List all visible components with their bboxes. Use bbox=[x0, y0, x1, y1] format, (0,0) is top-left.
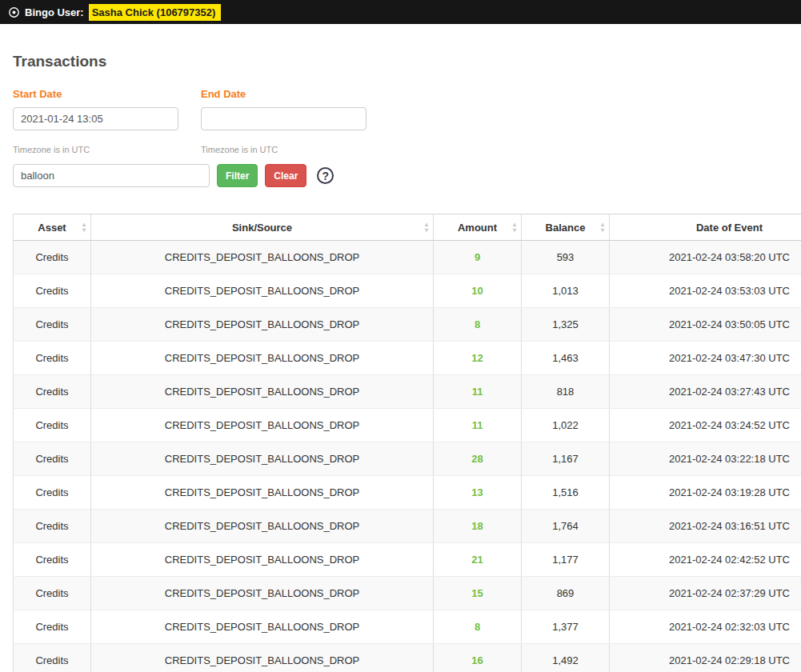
column-header-date[interactable]: Date of Event▴▾ bbox=[610, 214, 801, 241]
cell-source: CREDITS_DEPOSIT_BALLOONS_DROP bbox=[91, 409, 434, 442]
cell-source: CREDITS_DEPOSIT_BALLOONS_DROP bbox=[91, 274, 434, 308]
cell-amount: 9 bbox=[434, 241, 522, 274]
table-row: CreditsCREDITS_DEPOSIT_BALLOONS_DROP211,… bbox=[14, 543, 801, 577]
end-date-group: End Date Timezone is in UTC bbox=[201, 88, 366, 154]
start-date-input[interactable] bbox=[13, 107, 178, 130]
cell-asset: Credits bbox=[14, 308, 91, 342]
end-date-label: End Date bbox=[201, 88, 366, 100]
cell-date: 2021-02-24 03:58:20 UTC bbox=[610, 241, 801, 274]
cell-source: CREDITS_DEPOSIT_BALLOONS_DROP bbox=[91, 543, 434, 577]
table-row: CreditsCREDITS_DEPOSIT_BALLOONS_DROP81,3… bbox=[14, 610, 801, 644]
cell-date: 2021-02-24 03:27:43 UTC bbox=[610, 375, 801, 409]
main-content: Transactions Start Date Timezone is in U… bbox=[0, 53, 801, 672]
cell-amount: 13 bbox=[434, 476, 522, 510]
table-row: CreditsCREDITS_DEPOSIT_BALLOONS_DROP181,… bbox=[14, 510, 801, 543]
table-row: CreditsCREDITS_DEPOSIT_BALLOONS_DROP1586… bbox=[14, 577, 801, 610]
cell-source: CREDITS_DEPOSIT_BALLOONS_DROP bbox=[91, 442, 434, 476]
cell-asset: Credits bbox=[14, 375, 91, 409]
cell-source: CREDITS_DEPOSIT_BALLOONS_DROP bbox=[91, 610, 434, 644]
cell-date: 2021-02-24 03:22:18 UTC bbox=[610, 442, 801, 476]
table-row: CreditsCREDITS_DEPOSIT_BALLOONS_DROP281,… bbox=[14, 442, 801, 476]
cell-asset: Credits bbox=[14, 644, 91, 672]
start-date-group: Start Date Timezone is in UTC bbox=[13, 88, 178, 154]
column-label-asset: Asset bbox=[38, 222, 66, 234]
cell-asset: Credits bbox=[14, 610, 91, 644]
column-label-amount: Amount bbox=[458, 222, 497, 234]
bingo-user-label: Bingo User: bbox=[25, 6, 84, 18]
column-label-source: Sink/Source bbox=[232, 222, 292, 234]
cell-amount: 12 bbox=[434, 342, 522, 375]
cell-source: CREDITS_DEPOSIT_BALLOONS_DROP bbox=[91, 476, 434, 510]
filters-section: Start Date Timezone is in UTC End Date T… bbox=[13, 88, 801, 187]
help-icon[interactable]: ? bbox=[317, 167, 334, 184]
cell-amount: 8 bbox=[434, 610, 522, 644]
sort-icon: ▴▾ bbox=[425, 222, 428, 233]
cell-balance: 1,492 bbox=[522, 644, 610, 672]
cell-date: 2021-02-24 03:47:30 UTC bbox=[610, 342, 801, 375]
cell-source: CREDITS_DEPOSIT_BALLOONS_DROP bbox=[91, 577, 434, 610]
column-label-balance: Balance bbox=[546, 222, 586, 234]
search-row: Filter Clear ? bbox=[13, 164, 801, 187]
cell-balance: 869 bbox=[522, 577, 610, 610]
cell-source: CREDITS_DEPOSIT_BALLOONS_DROP bbox=[91, 375, 434, 409]
end-date-input[interactable] bbox=[201, 107, 366, 130]
cell-date: 2021-02-24 03:53:03 UTC bbox=[610, 274, 801, 308]
cell-balance: 1,022 bbox=[522, 409, 610, 442]
cell-amount: 16 bbox=[434, 644, 522, 672]
cell-date: 2021-02-24 03:50:05 UTC bbox=[610, 308, 801, 342]
cell-balance: 1,013 bbox=[522, 274, 610, 308]
bingo-user-value[interactable]: Sasha Chick (106797352) bbox=[89, 4, 222, 21]
cell-date: 2021-02-24 03:24:52 UTC bbox=[610, 409, 801, 442]
cell-balance: 1,764 bbox=[522, 510, 610, 543]
cell-asset: Credits bbox=[14, 342, 91, 375]
column-label-date: Date of Event bbox=[696, 222, 763, 234]
cell-balance: 1,463 bbox=[522, 342, 610, 375]
cell-amount: 15 bbox=[434, 577, 522, 610]
sort-icon: ▴▾ bbox=[513, 222, 516, 233]
cell-date: 2021-02-24 02:29:18 UTC bbox=[610, 644, 801, 672]
sort-icon: ▴▾ bbox=[601, 222, 604, 233]
table-row: CreditsCREDITS_DEPOSIT_BALLOONS_DROP9593… bbox=[14, 241, 801, 274]
topbar: Bingo User: Sasha Chick (106797352) bbox=[0, 0, 801, 24]
cell-asset: Credits bbox=[14, 577, 91, 610]
search-input[interactable] bbox=[13, 164, 210, 187]
cell-balance: 1,167 bbox=[522, 442, 610, 476]
transactions-table: Asset▴▾Sink/Source▴▾Amount▴▾Balance▴▾Dat… bbox=[13, 214, 801, 672]
filter-button[interactable]: Filter bbox=[217, 164, 258, 187]
cell-date: 2021-02-24 02:42:52 UTC bbox=[610, 543, 801, 577]
cell-balance: 1,177 bbox=[522, 543, 610, 577]
cell-amount: 11 bbox=[434, 375, 522, 409]
table-header-row: Asset▴▾Sink/Source▴▾Amount▴▾Balance▴▾Dat… bbox=[14, 214, 801, 241]
cell-source: CREDITS_DEPOSIT_BALLOONS_DROP bbox=[91, 510, 434, 543]
page-title: Transactions bbox=[13, 53, 801, 70]
cell-asset: Credits bbox=[14, 510, 91, 543]
cell-source: CREDITS_DEPOSIT_BALLOONS_DROP bbox=[91, 308, 434, 342]
start-date-label: Start Date bbox=[13, 88, 178, 100]
table-row: CreditsCREDITS_DEPOSIT_BALLOONS_DROP101,… bbox=[14, 274, 801, 308]
cell-source: CREDITS_DEPOSIT_BALLOONS_DROP bbox=[91, 241, 434, 274]
clear-button[interactable]: Clear bbox=[265, 164, 306, 187]
cell-amount: 28 bbox=[434, 442, 522, 476]
table-row: CreditsCREDITS_DEPOSIT_BALLOONS_DROP1181… bbox=[14, 375, 801, 409]
table-row: CreditsCREDITS_DEPOSIT_BALLOONS_DROP111,… bbox=[14, 409, 801, 442]
cell-asset: Credits bbox=[14, 241, 91, 274]
table-row: CreditsCREDITS_DEPOSIT_BALLOONS_DROP121,… bbox=[14, 342, 801, 375]
cell-amount: 18 bbox=[434, 510, 522, 543]
table-body: CreditsCREDITS_DEPOSIT_BALLOONS_DROP9593… bbox=[14, 241, 801, 672]
column-header-source[interactable]: Sink/Source▴▾ bbox=[91, 214, 434, 241]
table-row: CreditsCREDITS_DEPOSIT_BALLOONS_DROP161,… bbox=[14, 644, 801, 672]
column-header-balance[interactable]: Balance▴▾ bbox=[522, 214, 610, 241]
cell-amount: 11 bbox=[434, 409, 522, 442]
cell-asset: Credits bbox=[14, 543, 91, 577]
column-header-asset[interactable]: Asset▴▾ bbox=[14, 214, 91, 241]
cell-source: CREDITS_DEPOSIT_BALLOONS_DROP bbox=[91, 342, 434, 375]
column-header-amount[interactable]: Amount▴▾ bbox=[434, 214, 522, 241]
cell-balance: 1,325 bbox=[522, 308, 610, 342]
cell-date: 2021-02-24 03:16:51 UTC bbox=[610, 510, 801, 543]
cell-source: CREDITS_DEPOSIT_BALLOONS_DROP bbox=[91, 644, 434, 672]
cell-balance: 1,377 bbox=[522, 610, 610, 644]
sort-icon: ▴▾ bbox=[82, 222, 86, 233]
cell-asset: Credits bbox=[14, 274, 91, 308]
target-circle-icon bbox=[8, 6, 20, 18]
cell-date: 2021-02-24 02:32:03 UTC bbox=[610, 610, 801, 644]
